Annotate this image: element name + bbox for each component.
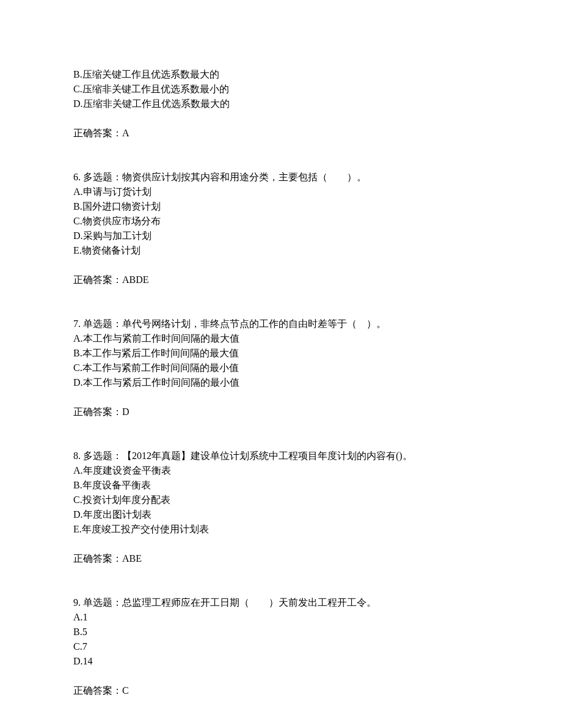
- question-stem: 6. 多选题：物资供应计划按其内容和用途分类，主要包括（ ）。: [73, 170, 489, 185]
- option-text: C.物资供应市场分布: [73, 214, 489, 229]
- option-text: E.物资储备计划: [73, 243, 489, 258]
- option-text: A.本工作与紧前工作时间间隔的最大值: [73, 331, 489, 346]
- answer-text: 正确答案：C: [73, 683, 489, 698]
- option-text: E.年度竣工投产交付使用计划表: [73, 522, 489, 537]
- option-text: D.本工作与紧后工作时间间隔的最小值: [73, 375, 489, 390]
- answer-text: 正确答案：ABE: [73, 551, 489, 566]
- option-text: A.年度建设资金平衡表: [73, 463, 489, 478]
- option-text: A.1: [73, 610, 489, 625]
- question-6: 6. 多选题：物资供应计划按其内容和用途分类，主要包括（ ）。 A.申请与订货计…: [73, 170, 489, 287]
- option-text: C.投资计划年度分配表: [73, 493, 489, 507]
- answer-text: 正确答案：A: [73, 126, 489, 141]
- question-8: 8. 多选题：【2012年真题】建设单位计划系统中工程项目年度计划的内容有()。…: [73, 449, 489, 566]
- option-text: B.压缩关键工作且优选系数最大的: [73, 67, 489, 82]
- option-text: B.国外进口物资计划: [73, 199, 489, 214]
- answer-text: 正确答案：ABDE: [73, 273, 489, 287]
- option-text: C.压缩非关键工作且优选系数最小的: [73, 82, 489, 97]
- option-text: A.申请与订货计划: [73, 185, 489, 199]
- question-partial: B.压缩关键工作且优选系数最大的 C.压缩非关键工作且优选系数最小的 D.压缩非…: [73, 67, 489, 141]
- question-stem: 7. 单选题：单代号网络计划，非终点节点的工作的自由时差等于（ ）。: [73, 317, 489, 331]
- option-text: D.14: [73, 654, 489, 669]
- option-text: C.7: [73, 639, 489, 654]
- question-7: 7. 单选题：单代号网络计划，非终点节点的工作的自由时差等于（ ）。 A.本工作…: [73, 317, 489, 419]
- question-stem: 8. 多选题：【2012年真题】建设单位计划系统中工程项目年度计划的内容有()。: [73, 449, 489, 463]
- answer-text: 正确答案：D: [73, 405, 489, 419]
- option-text: D.年度出图计划表: [73, 507, 489, 522]
- option-text: C.本工作与紧前工作时间间隔的最小值: [73, 361, 489, 375]
- option-text: D.压缩非关键工作且优选系数最大的: [73, 97, 489, 111]
- option-text: B.本工作与紧后工作时间间隔的最大值: [73, 346, 489, 361]
- option-text: B.5: [73, 625, 489, 639]
- option-text: D.采购与加工计划: [73, 229, 489, 243]
- option-text: B.年度设备平衡表: [73, 478, 489, 493]
- question-9: 9. 单选题：总监理工程师应在开工日期（ ）天前发出工程开工令。 A.1 B.5…: [73, 595, 489, 698]
- question-stem: 9. 单选题：总监理工程师应在开工日期（ ）天前发出工程开工令。: [73, 595, 489, 610]
